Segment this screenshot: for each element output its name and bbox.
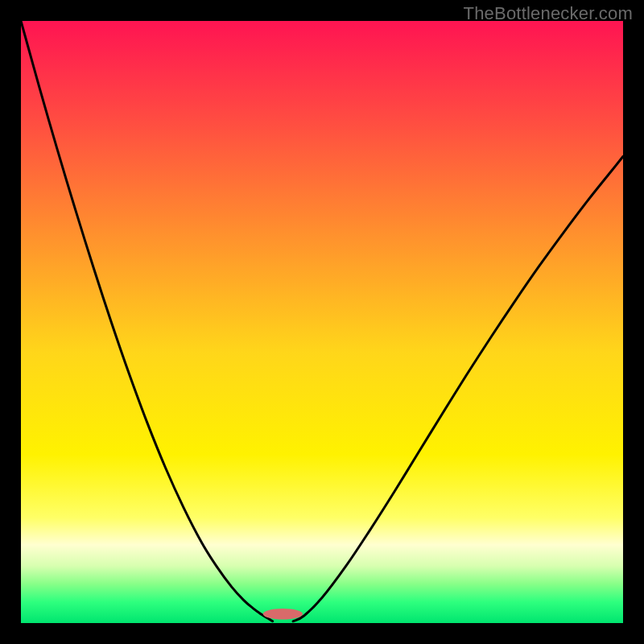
outer-frame: TheBottleneсker.com (0, 0, 644, 644)
plot-area (21, 21, 623, 623)
chart-svg (21, 21, 623, 623)
minimum-marker (263, 609, 303, 619)
